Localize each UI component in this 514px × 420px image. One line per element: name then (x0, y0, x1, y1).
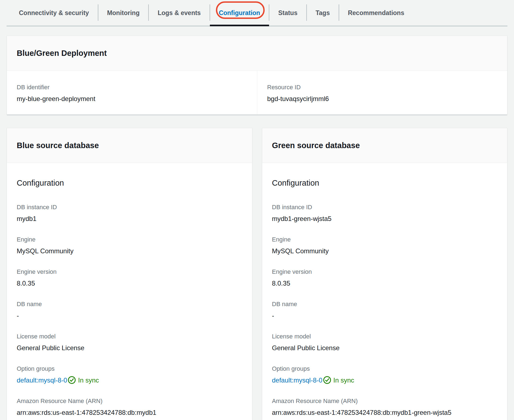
field-label: DB identifier (17, 83, 247, 91)
field-label: License model (272, 332, 498, 341)
green-source-database-card: Green source database Configuration DB i… (262, 128, 508, 420)
tab-recommendations[interactable]: Recommendations (339, 0, 413, 26)
tab-status[interactable]: Status (269, 0, 306, 26)
blue-configuration-section-title: Configuration (17, 178, 242, 188)
field-value: arn:aws:rds:us-east-1:478253424788:db:my… (272, 408, 498, 417)
tab-connectivity-security[interactable]: Connectivity & security (10, 0, 98, 26)
field-label: Resource ID (267, 83, 497, 91)
deployment-panel: Blue/Green Deployment DB identifiermy-bl… (7, 36, 507, 115)
source-database-cards: Blue source database Configuration DB in… (7, 128, 507, 420)
field-value: General Public License (17, 343, 242, 353)
field-label: Engine version (17, 268, 242, 276)
green-card-body: Configuration DB instance IDmydb1-green-… (262, 163, 507, 420)
green-configuration-fields: DB instance IDmydb1-green-wjsta5EngineMy… (272, 203, 498, 417)
field-label: Option groups (272, 365, 498, 373)
field-db-instance-id: DB instance IDmydb1-green-wjsta5 (272, 203, 498, 223)
field-label: Option groups (17, 365, 242, 373)
configuration-tab-content: Blue/Green Deployment DB identifiermy-bl… (7, 36, 507, 420)
tab-logs-events[interactable]: Logs & events (149, 0, 210, 26)
field-value: 8.0.35 (272, 279, 498, 288)
field-label: DB name (17, 300, 242, 308)
field-db-identifier: DB identifiermy-blue-green-deployment (7, 71, 257, 114)
deployment-panel-title: Blue/Green Deployment (17, 48, 497, 58)
field-value: default:mysql-8-0In sync (272, 376, 498, 385)
field-label: DB instance ID (17, 203, 242, 211)
check-circle-icon (323, 376, 331, 384)
field-value: mydb1 (17, 214, 242, 223)
field-engine: EngineMySQL Community (272, 235, 498, 256)
blue-source-database-card: Blue source database Configuration DB in… (7, 128, 252, 420)
tab-tags[interactable]: Tags (307, 0, 339, 26)
field-label: Engine (272, 235, 498, 244)
tab-label: Tags (316, 9, 330, 17)
green-card-title: Green source database (272, 141, 498, 150)
field-db-name: DB name- (17, 300, 242, 320)
tab-label: Monitoring (107, 9, 140, 17)
in-sync-status: In sync (333, 376, 354, 384)
field-label: Engine version (272, 268, 498, 276)
option-group-link[interactable]: default:mysql-8-0 (17, 376, 67, 384)
field-value: MySQL Community (272, 246, 498, 256)
tab-label: Configuration (219, 9, 260, 17)
check-circle-icon (68, 376, 76, 384)
field-value: default:mysql-8-0In sync (17, 376, 242, 385)
field-option-groups: Option groupsdefault:mysql-8-0In sync (17, 365, 242, 385)
green-card-header: Green source database (262, 128, 507, 163)
blue-card-title: Blue source database (17, 141, 242, 150)
field-value: bgd-tuvaqsycirljmml6 (267, 94, 497, 103)
field-label: DB name (272, 300, 498, 308)
field-value: - (272, 311, 498, 320)
field-value: MySQL Community (17, 246, 242, 256)
field-option-groups: Option groupsdefault:mysql-8-0In sync (272, 365, 498, 385)
field-license-model: License modelGeneral Public License (17, 332, 242, 353)
field-value: arn:aws:rds:us-east-1:478253424788:db:my… (17, 408, 242, 417)
field-label: License model (17, 332, 242, 341)
blue-configuration-fields: DB instance IDmydb1EngineMySQL Community… (17, 203, 242, 417)
field-db-name: DB name- (272, 300, 498, 320)
field-value: - (17, 311, 242, 320)
tab-label: Logs & events (158, 9, 201, 17)
deployment-panel-header: Blue/Green Deployment (7, 36, 507, 71)
field-license-model: License modelGeneral Public License (272, 332, 498, 353)
field-engine: EngineMySQL Community (17, 235, 242, 256)
blue-card-header: Blue source database (7, 128, 252, 163)
tab-label: Connectivity & security (19, 9, 89, 17)
tab-label: Recommendations (348, 9, 404, 17)
tab-bar: Connectivity & securityMonitoringLogs & … (7, 0, 507, 26)
field-resource-id: Resource IDbgd-tuvaqsycirljmml6 (257, 71, 507, 114)
field-value: 8.0.35 (17, 279, 242, 288)
green-configuration-section-title: Configuration (272, 178, 498, 188)
field-db-instance-id: DB instance IDmydb1 (17, 203, 242, 223)
blue-card-body: Configuration DB instance IDmydb1EngineM… (7, 163, 252, 420)
field-label: Engine (17, 235, 242, 244)
field-label: Amazon Resource Name (ARN) (17, 397, 242, 405)
option-group-link[interactable]: default:mysql-8-0 (272, 376, 322, 384)
field-amazon-resource-name-arn: Amazon Resource Name (ARN)arn:aws:rds:us… (272, 397, 498, 417)
tab-label: Status (278, 9, 297, 17)
field-value: mydb1-green-wjsta5 (272, 214, 498, 223)
deployment-panel-body: DB identifiermy-blue-green-deploymentRes… (7, 71, 507, 114)
field-engine-version: Engine version8.0.35 (272, 268, 498, 288)
tab-configuration[interactable]: Configuration (210, 0, 269, 26)
field-label: Amazon Resource Name (ARN) (272, 397, 498, 405)
field-label: DB instance ID (272, 203, 498, 211)
in-sync-status: In sync (78, 376, 99, 384)
tab-monitoring[interactable]: Monitoring (98, 0, 149, 26)
field-amazon-resource-name-arn: Amazon Resource Name (ARN)arn:aws:rds:us… (17, 397, 242, 417)
field-value: General Public License (272, 343, 498, 353)
field-engine-version: Engine version8.0.35 (17, 268, 242, 288)
field-value: my-blue-green-deployment (17, 94, 247, 103)
